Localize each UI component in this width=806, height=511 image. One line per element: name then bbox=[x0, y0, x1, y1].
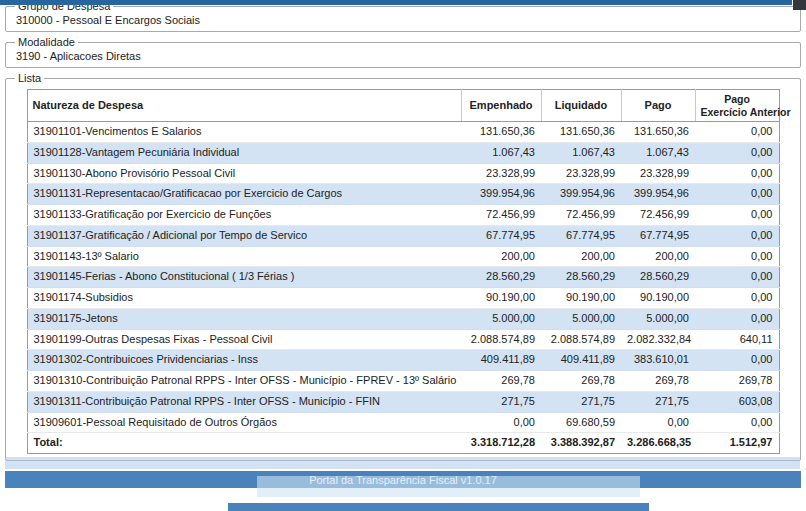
value-cell: 90.190,00 bbox=[621, 288, 695, 309]
natureza-cell: 31901174-Subsidios bbox=[27, 288, 461, 309]
natureza-cell: 31901101-Vencimentos E Salarios bbox=[27, 122, 461, 143]
value-cell: 23.328,99 bbox=[621, 163, 695, 184]
table-row[interactable]: 31901199-Outras Despesas Fixas - Pessoal… bbox=[27, 329, 779, 350]
natureza-cell: 31901131-Representacao/Gratificacao por … bbox=[27, 184, 461, 205]
value-cell: 131.650,36 bbox=[621, 122, 695, 143]
lista-label: Lista bbox=[15, 72, 44, 84]
value-cell: 271,75 bbox=[541, 391, 621, 412]
expense-table-body: 31901101-Vencimentos E Salarios131.650,3… bbox=[27, 122, 779, 433]
value-cell: 271,75 bbox=[461, 391, 541, 412]
value-cell: 1.067,43 bbox=[461, 142, 541, 163]
col-header-liquidado: Liquidado bbox=[541, 90, 621, 122]
value-cell: 0,00 bbox=[695, 412, 779, 433]
value-cell: 2.082.332,84 bbox=[621, 329, 695, 350]
value-cell: 409.411,89 bbox=[541, 350, 621, 371]
natureza-cell: 31901199-Outras Despesas Fixas - Pessoal… bbox=[27, 329, 461, 350]
value-cell: 271,75 bbox=[621, 391, 695, 412]
app-screen: Grupo de Despesa 310000 - Pessoal E Enca… bbox=[0, 0, 806, 511]
value-cell: 0,00 bbox=[695, 122, 779, 143]
table-row[interactable]: 31901143-13º Salario200,00200,00200,000,… bbox=[27, 246, 779, 267]
table-row[interactable]: 31901302-Contribuicoes Prividenciarias -… bbox=[27, 350, 779, 371]
value-cell: 269,78 bbox=[695, 371, 779, 392]
value-cell: 1.067,43 bbox=[541, 142, 621, 163]
total-pago: 3.286.668,35 bbox=[621, 433, 695, 454]
value-cell: 0,00 bbox=[695, 350, 779, 371]
value-cell: 72.456,99 bbox=[541, 205, 621, 226]
value-cell: 409.411,89 bbox=[461, 350, 541, 371]
modalidade-label: Modalidade bbox=[15, 36, 78, 48]
natureza-cell: 31909601-Pessoal Requisitado de Outros Ó… bbox=[27, 412, 461, 433]
table-row[interactable]: 31901145-Ferias - Abono Constitucional (… bbox=[27, 267, 779, 288]
value-cell: 1.067,43 bbox=[621, 142, 695, 163]
total-label: Total: bbox=[27, 433, 461, 454]
value-cell: 23.328,99 bbox=[541, 163, 621, 184]
modalidade-value: 3190 - Aplicacoes Diretas bbox=[14, 48, 792, 63]
natureza-cell: 31901145-Ferias - Abono Constitucional (… bbox=[27, 267, 461, 288]
value-cell: 28.560,29 bbox=[541, 267, 621, 288]
scrollbar-thumb[interactable] bbox=[793, 0, 806, 10]
table-row[interactable]: 31901133-Gratificação por Exercicio de F… bbox=[27, 205, 779, 226]
value-cell: 131.650,36 bbox=[541, 122, 621, 143]
natureza-cell: 31901143-13º Salario bbox=[27, 246, 461, 267]
grupo-despesa-value: 310000 - Pessoal E Encargos Sociais bbox=[14, 12, 792, 27]
value-cell: 5.000,00 bbox=[621, 308, 695, 329]
natureza-cell: 31901133-Gratificação por Exercicio de F… bbox=[27, 205, 461, 226]
value-cell: 28.560,29 bbox=[621, 267, 695, 288]
lista-fieldset: Lista Natureza de Despesa Empenhado Liqu… bbox=[5, 72, 801, 461]
value-cell: 0,00 bbox=[695, 308, 779, 329]
table-row[interactable]: 31901310-Contribuição Patronal RPPS - In… bbox=[27, 371, 779, 392]
value-cell: 0,00 bbox=[695, 267, 779, 288]
value-cell: 269,78 bbox=[461, 371, 541, 392]
table-row[interactable]: 31909601-Pessoal Requisitado de Outros Ó… bbox=[27, 412, 779, 433]
modalidade-fieldset: Modalidade 3190 - Aplicacoes Diretas bbox=[5, 36, 801, 68]
value-cell: 67.774,95 bbox=[621, 225, 695, 246]
value-cell: 0,00 bbox=[695, 246, 779, 267]
table-row[interactable]: 31901174-Subsidios90.190,0090.190,0090.1… bbox=[27, 288, 779, 309]
table-row[interactable]: 31901137-Gratificação / Adicional por Te… bbox=[27, 225, 779, 246]
expense-table: Natureza de Despesa Empenhado Liquidado … bbox=[27, 89, 780, 454]
table-row[interactable]: 31901128-Vantagem Pecuniária Individual1… bbox=[27, 142, 779, 163]
table-row[interactable]: 31901131-Representacao/Gratificacao por … bbox=[27, 184, 779, 205]
value-cell: 90.190,00 bbox=[461, 288, 541, 309]
natureza-cell: 31901137-Gratificação / Adicional por Te… bbox=[27, 225, 461, 246]
total-row: Total: 3.318.712,28 3.388.392,87 3.286.6… bbox=[27, 433, 779, 454]
value-cell: 0,00 bbox=[621, 412, 695, 433]
value-cell: 0,00 bbox=[695, 225, 779, 246]
value-cell: 399.954,96 bbox=[621, 184, 695, 205]
value-cell: 5.000,00 bbox=[541, 308, 621, 329]
natureza-cell: 31901310-Contribuição Patronal RPPS - In… bbox=[27, 371, 461, 392]
value-cell: 200,00 bbox=[541, 246, 621, 267]
value-cell: 0,00 bbox=[695, 205, 779, 226]
value-cell: 131.650,36 bbox=[461, 122, 541, 143]
total-empenhado: 3.318.712,28 bbox=[461, 433, 541, 454]
table-row[interactable]: 31901311-Contribuição Patronal RPPS - In… bbox=[27, 391, 779, 412]
top-bar bbox=[0, 0, 792, 5]
value-cell: 0,00 bbox=[461, 412, 541, 433]
natureza-cell: 31901128-Vantagem Pecuniária Individual bbox=[27, 142, 461, 163]
value-cell: 200,00 bbox=[621, 246, 695, 267]
table-row[interactable]: 31901175-Jetons5.000,005.000,005.000,000… bbox=[27, 308, 779, 329]
value-cell: 2.088.574,89 bbox=[461, 329, 541, 350]
value-cell: 5.000,00 bbox=[461, 308, 541, 329]
value-cell: 603,08 bbox=[695, 391, 779, 412]
value-cell: 383.610,01 bbox=[621, 350, 695, 371]
value-cell: 269,78 bbox=[621, 371, 695, 392]
value-cell: 0,00 bbox=[695, 142, 779, 163]
table-header-row: Natureza de Despesa Empenhado Liquidado … bbox=[27, 90, 779, 122]
value-cell: 0,00 bbox=[695, 163, 779, 184]
natureza-cell: 31901302-Contribuicoes Prividenciarias -… bbox=[27, 350, 461, 371]
table-row[interactable]: 31901130-Abono Provisório Pessoal Civil2… bbox=[27, 163, 779, 184]
value-cell: 90.190,00 bbox=[541, 288, 621, 309]
table-row[interactable]: 31901101-Vencimentos E Salarios131.650,3… bbox=[27, 122, 779, 143]
value-cell: 2.088.574,89 bbox=[541, 329, 621, 350]
value-cell: 72.456,99 bbox=[461, 205, 541, 226]
value-cell: 0,00 bbox=[695, 184, 779, 205]
value-cell: 23.328,99 bbox=[461, 163, 541, 184]
total-pago-anterior: 1.512,97 bbox=[695, 433, 779, 454]
natureza-cell: 31901311-Contribuição Patronal RPPS - In… bbox=[27, 391, 461, 412]
natureza-cell: 31901175-Jetons bbox=[27, 308, 461, 329]
value-cell: 200,00 bbox=[461, 246, 541, 267]
col-header-empenhado: Empenhado bbox=[461, 90, 541, 122]
value-cell: 69.680,59 bbox=[541, 412, 621, 433]
value-cell: 0,00 bbox=[695, 288, 779, 309]
